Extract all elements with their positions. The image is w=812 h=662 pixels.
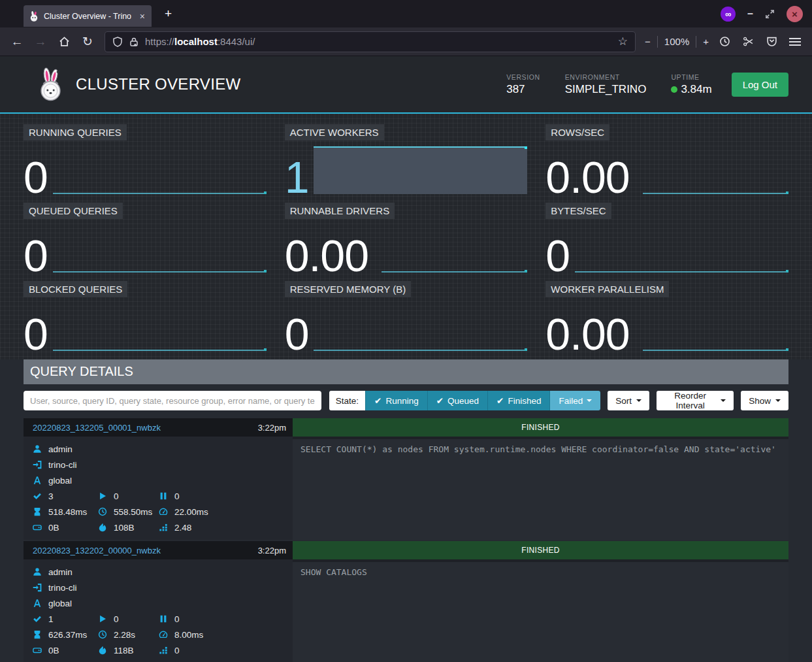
query-source: trino-cli [33,580,293,595]
check-icon: ✔ [436,395,444,406]
history-button[interactable] [714,31,735,52]
running-splits-play-icon [98,491,107,501]
stat-panel-label: RESERVED MEMORY (B) [285,281,412,297]
menu-button[interactable] [785,31,805,52]
check-icon: ✔ [374,395,382,406]
gauge-icon [159,507,168,516]
minimize-button[interactable]: – [747,8,753,20]
wall-time-value: 518.48ms [48,507,87,517]
maximize-button[interactable] [765,9,775,19]
show-label: Show [749,396,771,406]
sort-dropdown[interactable]: Sort [608,391,649,410]
shield-icon[interactable] [112,37,123,47]
query-row: 20220823_132202_00000_nwbzk 3:22pm FINIS… [24,541,788,662]
stat-panel-label: WORKER PARALLELISM [545,281,669,297]
browser-tab[interactable]: Cluster Overview - Trino × [24,5,152,27]
chevron-down-icon [721,399,726,405]
filter-queued-button[interactable]: ✔ Queued [427,391,487,410]
query-id-link[interactable]: 20220823_132205_00001_nwbzk [33,423,161,433]
environment-value: SIMPLE_TRINO [565,83,647,96]
check-icon: ✔ [496,395,504,406]
close-window-button[interactable]: × [787,6,803,22]
gauge-icon [159,630,168,639]
wall-time: 518.48ms [33,507,98,517]
completed-splits-value: 1 [48,614,54,624]
completed-splits: 3 [33,491,98,501]
query-source: trino-cli [33,457,293,472]
uptime-status-dot [671,86,677,93]
zoom-level[interactable]: 100% [664,36,689,47]
stat-panel-label: ACTIVE WORKERS [285,124,384,141]
stat-panel-value: 0.00 [545,312,629,356]
query-user-value: admin [48,567,73,577]
query-status-badge: FINISHED [293,541,788,559]
filter-failed-dropdown[interactable]: Failed [549,391,600,410]
url-bar[interactable]: https://localhost:8443/ui/ ☆ [105,31,636,52]
tab-close-icon[interactable]: × [138,11,146,22]
source-sign-in-icon [33,460,42,469]
home-button[interactable] [54,31,74,52]
zoom-in-button[interactable]: + [703,36,709,47]
environment-label: ENVIRONMENT [565,73,647,81]
bookmark-star-icon[interactable]: ☆ [618,35,628,48]
peak-memory: 118B [98,646,159,655]
stat-panel-value: 0.00 [285,233,368,278]
cumulative-memory-value: 2.48 [174,523,191,533]
reload-button[interactable]: ↻ [77,31,98,52]
query-sql-text: SELECT COUNT(*) as nodes FROM system.run… [293,439,788,540]
query-resource-group: global [33,472,293,488]
cumulative-memory-value: 0 [174,646,180,655]
queued-splits-value: 0 [174,614,180,624]
show-dropdown[interactable]: Show [741,391,788,410]
back-button[interactable]: ← [7,31,27,52]
query-stats: admin trino-cli global 1 0 0 626.37ms 2.… [24,559,293,662]
query-times-row: 518.48ms 558.50ms 22.00ms [33,504,293,520]
cpu-time-value: 8.00ms [174,630,203,640]
disk-icon [33,523,42,532]
new-tab-button[interactable]: + [161,7,176,21]
completed-splits-check-icon [33,614,42,623]
wall-time-value: 626.37ms [48,630,87,640]
stat-panel-value: 0 [24,233,48,278]
filter-running-button[interactable]: ✔ Running [365,391,427,410]
query-search-input[interactable] [24,391,321,410]
current-memory: 0B [33,523,98,533]
version-label: VERSION [506,73,540,81]
stat-panel-label: BLOCKED QUERIES [24,281,127,297]
user-icon [33,567,42,576]
resource-group-icon [33,476,42,485]
bar-chart-icon [159,523,168,532]
peak-memory: 108B [98,523,159,533]
logout-button[interactable]: Log Out [732,73,788,97]
stat-panel-grid: RUNNING QUERIES 0 ACTIVE WORKERS 1 ROWS/… [24,124,788,351]
zoom-out-button[interactable]: − [645,36,651,47]
queued-splits: 0 [159,614,293,624]
query-id-link[interactable]: 20220823_132202_00000_nwbzk [33,546,161,555]
forward-button[interactable]: → [30,31,51,52]
filter-finished-button[interactable]: ✔ Finished [487,391,549,410]
scissors-icon [743,36,754,47]
reorder-interval-dropdown[interactable]: Reorder Interval [657,391,734,410]
url-path: :8443/ui/ [218,36,255,47]
stat-panel-bytes-sec: BYTES/SEC 0 [545,203,788,273]
filter-label: Failed [559,396,583,406]
filter-label: Running [385,396,418,406]
screenshot-button[interactable] [738,31,758,52]
pocket-icon [766,36,777,47]
state-label: State: [329,391,365,410]
stat-panel-label: RUNNABLE DRIVERS [285,203,395,219]
stat-panel-worker-parallelism: WORKER PARALLELISM 0.00 [545,281,788,351]
environment-info: ENVIRONMENT SIMPLE_TRINO [565,73,647,96]
sparkline [314,146,527,194]
window-controls: ∞ – × [721,6,812,22]
lock-warning-icon[interactable] [129,37,139,47]
running-splits: 0 [98,614,159,624]
query-resource-group: global [33,595,293,611]
dashboard: RUNNING QUERIES 0 ACTIVE WORKERS 1 ROWS/… [0,114,812,359]
query-time: 3:22pm [258,546,286,555]
user-icon [33,444,42,454]
query-sql-text: SHOW CATALOGS [293,562,788,662]
pocket-button[interactable] [761,31,782,52]
current-memory: 0B [33,646,98,655]
uptime-label: UPTIME [671,73,711,81]
